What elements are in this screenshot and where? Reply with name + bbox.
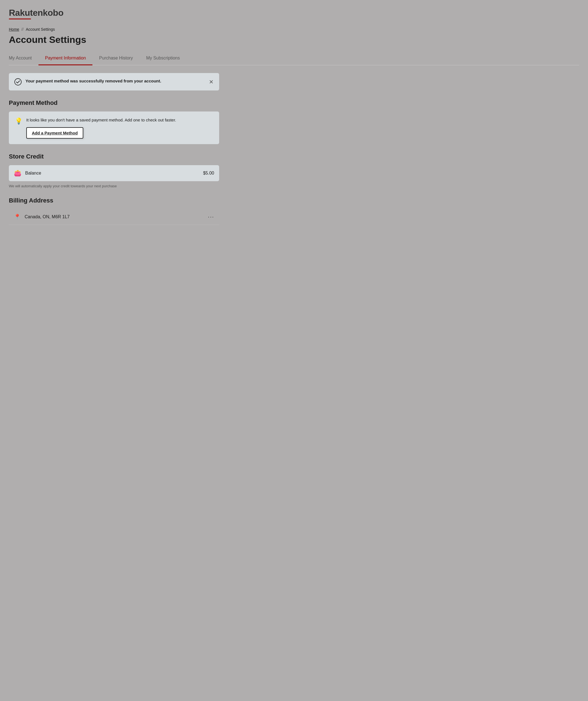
page-title: Account Settings <box>9 34 579 45</box>
tab-payment-information[interactable]: Payment Information <box>38 52 93 65</box>
content-area: Your payment method was successfully rem… <box>9 73 219 225</box>
logo: Rakutenkobo <box>9 8 579 19</box>
tab-my-account[interactable]: My Account <box>9 52 38 65</box>
balance-row: 👛 Balance $5.00 <box>9 165 219 181</box>
tab-purchase-history[interactable]: Purchase History <box>92 52 140 65</box>
breadcrumb-current: Account Settings <box>26 27 55 31</box>
payment-method-card: 💡 It looks like you don't have a saved p… <box>9 111 219 144</box>
balance-label: Balance <box>25 171 203 176</box>
payment-method-title: Payment Method <box>9 99 219 106</box>
add-payment-method-button[interactable]: Add a Payment Method <box>26 127 83 139</box>
close-banner-icon[interactable]: ✕ <box>209 78 214 85</box>
logo-text: Rakutenkobo <box>9 8 579 18</box>
bulb-icon: 💡 <box>15 118 22 125</box>
credit-note: We will automatically apply your credit … <box>9 184 219 188</box>
breadcrumb-separator: // <box>21 27 23 31</box>
logo-underline <box>9 19 31 19</box>
payment-method-card-content: It looks like you don't have a saved pay… <box>26 117 213 139</box>
balance-icon: 👛 <box>14 170 21 177</box>
success-banner-left: Your payment method was successfully rem… <box>14 78 161 85</box>
tab-my-subscriptions[interactable]: My Subscriptions <box>140 52 187 65</box>
svg-point-0 <box>15 78 21 85</box>
pin-icon: 📍 <box>14 214 21 220</box>
balance-amount: $5.00 <box>203 171 214 176</box>
payment-method-info-text: It looks like you don't have a saved pay… <box>26 117 213 124</box>
more-options-icon[interactable]: ··· <box>208 214 214 220</box>
breadcrumb: Home // Account Settings <box>9 27 579 31</box>
check-circle-icon <box>14 78 22 85</box>
tabs-nav: My Account Payment Information Purchase … <box>9 52 579 65</box>
address-row: 📍 Canada, ON, M6R 1L7 ··· <box>9 209 219 225</box>
success-message: Your payment method was successfully rem… <box>25 78 161 84</box>
billing-address-title: Billing Address <box>9 197 219 204</box>
address-text: Canada, ON, M6R 1L7 <box>25 214 204 219</box>
store-credit-title: Store Credit <box>9 153 219 160</box>
breadcrumb-home-link[interactable]: Home <box>9 27 19 31</box>
success-banner: Your payment method was successfully rem… <box>9 73 219 90</box>
